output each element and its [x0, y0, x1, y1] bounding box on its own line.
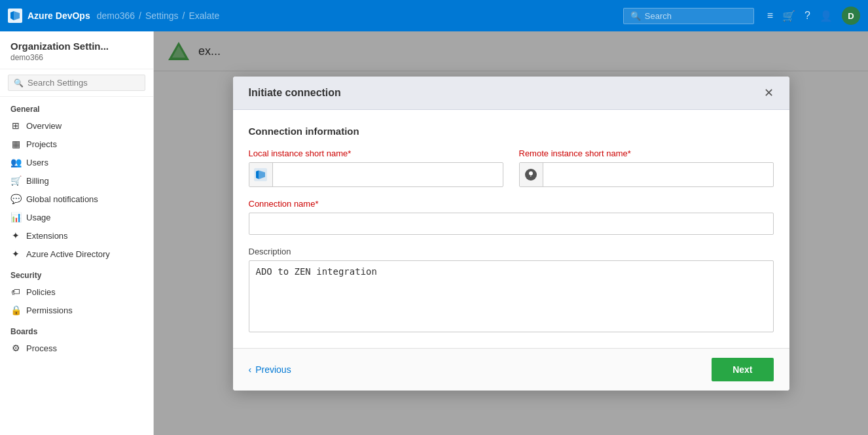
basket-icon[interactable]: 🛒 [782, 10, 795, 22]
sidebar-section-security: Security [0, 263, 153, 283]
sidebar-section-general: General [0, 97, 153, 116]
notifications-icon[interactable]: ≡ [767, 10, 773, 22]
breadcrumb: demo366 / Settings / Exalate [97, 10, 219, 21]
billing-icon: 🛒 [10, 175, 21, 186]
aad-icon: ✦ [10, 249, 21, 259]
azure-devops-logo-icon [8, 9, 22, 23]
sidebar: Organization Settin... demo366 🔍 General… [0, 31, 154, 435]
sidebar-search-area: 🔍 [0, 69, 153, 97]
main-layout: Organization Settin... demo366 🔍 General… [0, 31, 868, 435]
dialog-overlay: Initiate connection ✕ Connection informa… [154, 31, 868, 435]
dialog-body: Connection information Local instance sh… [233, 110, 789, 348]
previous-button[interactable]: ‹ Previous [249, 364, 291, 375]
sidebar-label-billing: Billing [26, 176, 49, 186]
ado-logo-icon [249, 163, 273, 186]
user-avatar[interactable]: D [842, 7, 860, 25]
sidebar-search-input[interactable] [27, 78, 119, 88]
global-search-box[interactable]: 🔍 [623, 8, 754, 24]
local-instance-input[interactable]: ADO [273, 164, 503, 185]
breadcrumb-exalate[interactable]: Exalate [189, 10, 219, 21]
sidebar-item-overview[interactable]: ⊞ Overview [0, 116, 153, 135]
usage-icon: 📊 [10, 212, 21, 222]
sidebar-label-users: Users [26, 158, 48, 167]
sidebar-search-icon: 🔍 [14, 78, 24, 88]
notifications-bell-icon: 💬 [10, 194, 21, 204]
sidebar-item-policies[interactable]: 🏷 Policies [0, 283, 153, 301]
prev-label: Previous [255, 364, 291, 375]
dialog-close-button[interactable]: ✕ [764, 87, 774, 99]
sidebar-label-permissions: Permissions [26, 305, 73, 315]
topbar: Azure DevOps demo366 / Settings / Exalat… [0, 0, 868, 31]
sidebar-item-extensions[interactable]: ✦ Extensions [0, 226, 153, 245]
sidebar-org: Organization Settin... demo366 [0, 31, 153, 69]
connection-name-field: Connection name* ADO_to_ZEN1 [249, 199, 774, 235]
remote-instance-input-wrapper: ? ZEN1 [519, 162, 774, 187]
sidebar-label-usage: Usage [26, 213, 51, 222]
breadcrumb-settings[interactable]: Settings [145, 10, 179, 21]
description-field: Description ADO to ZEN integration [249, 247, 774, 332]
sidebar-item-projects[interactable]: ▦ Projects [0, 135, 153, 153]
remote-instance-field: Remote instance short name* ? [519, 148, 774, 187]
connection-name-input[interactable]: ADO_to_ZEN1 [249, 213, 774, 235]
sidebar-label-projects: Projects [26, 139, 57, 149]
breadcrumb-demo[interactable]: demo366 [97, 10, 135, 21]
local-instance-input-wrapper: ADO [249, 162, 503, 187]
sidebar-search-box[interactable]: 🔍 [8, 75, 145, 91]
overview-icon: ⊞ [10, 120, 21, 131]
dialog-title: Initiate connection [249, 87, 341, 99]
sidebar-label-aad: Azure Active Directory [26, 249, 110, 259]
remote-instance-label: Remote instance short name* [519, 148, 774, 158]
dialog-header: Initiate connection ✕ [233, 77, 789, 110]
sidebar-item-usage[interactable]: 📊 Usage [0, 208, 153, 226]
dialog-section-title: Connection information [249, 126, 774, 137]
search-icon: 🔍 [630, 11, 641, 21]
local-instance-field: Local instance short name* [249, 148, 503, 187]
app-logo[interactable]: Azure DevOps [8, 9, 90, 23]
local-instance-label: Local instance short name* [249, 148, 503, 158]
sidebar-label-extensions: Extensions [26, 231, 68, 241]
remote-instance-input[interactable]: ZEN1 [543, 164, 773, 185]
sidebar-item-users[interactable]: 👥 Users [0, 153, 153, 171]
svg-text:?: ? [530, 172, 533, 178]
sidebar-item-permissions[interactable]: 🔒 Permissions [0, 301, 153, 319]
sidebar-label-process: Process [26, 343, 57, 353]
initiate-connection-dialog: Initiate connection ✕ Connection informa… [233, 77, 789, 391]
next-label: Next [732, 364, 752, 375]
policies-icon: 🏷 [10, 287, 21, 297]
remote-instance-icon: ? [520, 163, 543, 186]
topbar-actions: ≡ 🛒 ? 👤 D [767, 7, 860, 25]
sidebar-item-process[interactable]: ⚙ Process [0, 339, 153, 357]
sidebar-item-aad[interactable]: ✦ Azure Active Directory [0, 245, 153, 263]
extensions-icon: ✦ [10, 230, 21, 241]
description-label: Description [249, 247, 774, 256]
prev-chevron-icon: ‹ [249, 364, 252, 375]
description-input[interactable]: ADO to ZEN integration [249, 260, 774, 332]
projects-icon: ▦ [10, 139, 21, 149]
user-settings-icon[interactable]: 👤 [820, 10, 833, 22]
sidebar-label-notifications: Global notifications [26, 194, 98, 204]
next-button[interactable]: Next [712, 358, 773, 381]
sidebar-label-overview: Overview [26, 121, 62, 131]
dialog-footer: ‹ Previous Next [233, 348, 789, 391]
sidebar-label-policies: Policies [26, 287, 56, 297]
org-subtitle: demo366 [10, 53, 143, 62]
sidebar-item-notifications[interactable]: 💬 Global notifications [0, 190, 153, 208]
org-title: Organization Settin... [10, 41, 143, 52]
process-icon: ⚙ [10, 343, 21, 353]
help-icon[interactable]: ? [805, 10, 810, 22]
content-area: ex... Initiate connection ✕ Connection i… [154, 31, 868, 435]
permissions-icon: 🔒 [10, 305, 21, 315]
global-search-input[interactable] [645, 11, 736, 21]
connection-name-label: Connection name* [249, 199, 774, 209]
users-icon: 👥 [10, 157, 21, 167]
app-name: Azure DevOps [27, 10, 90, 21]
sidebar-item-billing[interactable]: 🛒 Billing [0, 171, 153, 190]
instance-row: Local instance short name* [249, 148, 774, 187]
sidebar-section-boards: Boards [0, 319, 153, 339]
